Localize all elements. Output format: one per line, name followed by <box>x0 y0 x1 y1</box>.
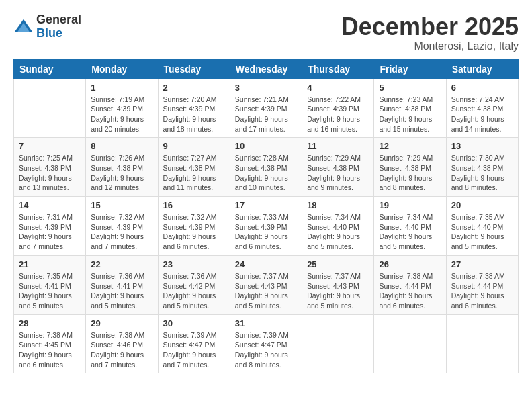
day-info: Sunrise: 7:34 AMSunset: 4:40 PMDaylight:… <box>307 212 369 252</box>
day-number: 29 <box>91 318 152 328</box>
calendar-header-row: SundayMondayTuesdayWednesdayThursdayFrid… <box>14 59 519 79</box>
day-info: Sunrise: 7:21 AMSunset: 4:39 PMDaylight:… <box>235 95 297 134</box>
day-info: Sunrise: 7:38 AMSunset: 4:44 PMDaylight:… <box>379 271 441 311</box>
weekday-header-tuesday: Tuesday <box>158 59 230 79</box>
day-number: 20 <box>451 200 513 210</box>
calendar-cell: 2Sunrise: 7:20 AMSunset: 4:39 PMDaylight… <box>158 79 230 138</box>
day-info: Sunrise: 7:28 AMSunset: 4:38 PMDaylight:… <box>235 153 297 193</box>
day-info: Sunrise: 7:39 AMSunset: 4:47 PMDaylight:… <box>235 330 297 370</box>
calendar-cell: 15Sunrise: 7:32 AMSunset: 4:39 PMDayligh… <box>86 197 158 256</box>
day-info: Sunrise: 7:23 AMSunset: 4:38 PMDaylight:… <box>379 95 441 134</box>
location-text: Monterosi, Lazio, Italy <box>341 40 519 52</box>
day-info: Sunrise: 7:29 AMSunset: 4:38 PMDaylight:… <box>307 153 369 193</box>
day-number: 14 <box>19 200 81 210</box>
calendar-cell: 25Sunrise: 7:37 AMSunset: 4:43 PMDayligh… <box>302 255 374 314</box>
day-number: 30 <box>163 318 225 328</box>
weekday-header-wednesday: Wednesday <box>230 59 302 79</box>
day-info: Sunrise: 7:24 AMSunset: 4:38 PMDaylight:… <box>451 95 513 134</box>
logo-icon <box>13 17 34 37</box>
calendar-cell: 31Sunrise: 7:39 AMSunset: 4:47 PMDayligh… <box>230 314 302 373</box>
calendar-cell: 9Sunrise: 7:27 AMSunset: 4:38 PMDaylight… <box>158 138 230 197</box>
calendar-cell: 4Sunrise: 7:22 AMSunset: 4:39 PMDaylight… <box>302 79 374 138</box>
day-info: Sunrise: 7:22 AMSunset: 4:39 PMDaylight:… <box>307 95 369 134</box>
day-number: 22 <box>91 259 152 269</box>
page-header: General Blue December 2025 Monterosi, La… <box>13 13 519 52</box>
logo: General Blue <box>13 13 81 40</box>
day-info: Sunrise: 7:25 AMSunset: 4:38 PMDaylight:… <box>19 153 81 193</box>
calendar-table: SundayMondayTuesdayWednesdayThursdayFrid… <box>13 59 519 374</box>
week-row-1: 1Sunrise: 7:19 AMSunset: 4:39 PMDaylight… <box>14 79 519 138</box>
day-info: Sunrise: 7:27 AMSunset: 4:38 PMDaylight:… <box>163 153 225 193</box>
day-info: Sunrise: 7:37 AMSunset: 4:43 PMDaylight:… <box>235 271 297 311</box>
day-info: Sunrise: 7:26 AMSunset: 4:38 PMDaylight:… <box>91 153 152 193</box>
title-section: December 2025 Monterosi, Lazio, Italy <box>341 13 519 52</box>
day-info: Sunrise: 7:37 AMSunset: 4:43 PMDaylight:… <box>307 271 369 311</box>
day-info: Sunrise: 7:35 AMSunset: 4:41 PMDaylight:… <box>19 271 81 311</box>
calendar-cell: 30Sunrise: 7:39 AMSunset: 4:47 PMDayligh… <box>158 314 230 373</box>
day-number: 4 <box>307 83 369 93</box>
day-number: 16 <box>163 200 225 210</box>
calendar-cell: 5Sunrise: 7:23 AMSunset: 4:38 PMDaylight… <box>374 79 446 138</box>
day-number: 28 <box>19 318 81 328</box>
week-row-4: 21Sunrise: 7:35 AMSunset: 4:41 PMDayligh… <box>14 255 519 314</box>
day-number: 31 <box>235 318 297 328</box>
day-info: Sunrise: 7:33 AMSunset: 4:39 PMDaylight:… <box>235 212 297 252</box>
day-info: Sunrise: 7:36 AMSunset: 4:42 PMDaylight:… <box>163 271 225 311</box>
day-number: 8 <box>91 141 152 151</box>
day-number: 17 <box>235 200 297 210</box>
day-number: 23 <box>163 259 225 269</box>
calendar-cell: 10Sunrise: 7:28 AMSunset: 4:38 PMDayligh… <box>230 138 302 197</box>
calendar-cell <box>14 79 86 138</box>
day-number: 5 <box>379 83 441 93</box>
day-number: 9 <box>163 141 225 151</box>
calendar-cell: 24Sunrise: 7:37 AMSunset: 4:43 PMDayligh… <box>230 255 302 314</box>
week-row-2: 7Sunrise: 7:25 AMSunset: 4:38 PMDaylight… <box>14 138 519 197</box>
day-info: Sunrise: 7:19 AMSunset: 4:39 PMDaylight:… <box>91 95 152 134</box>
day-number: 10 <box>235 141 297 151</box>
calendar-cell: 20Sunrise: 7:35 AMSunset: 4:40 PMDayligh… <box>446 197 518 256</box>
calendar-cell: 3Sunrise: 7:21 AMSunset: 4:39 PMDaylight… <box>230 79 302 138</box>
calendar-cell: 19Sunrise: 7:34 AMSunset: 4:40 PMDayligh… <box>374 197 446 256</box>
calendar-cell: 8Sunrise: 7:26 AMSunset: 4:38 PMDaylight… <box>86 138 158 197</box>
calendar-cell: 16Sunrise: 7:32 AMSunset: 4:39 PMDayligh… <box>158 197 230 256</box>
day-number: 26 <box>379 259 441 269</box>
day-number: 11 <box>307 141 369 151</box>
calendar-cell: 17Sunrise: 7:33 AMSunset: 4:39 PMDayligh… <box>230 197 302 256</box>
day-info: Sunrise: 7:38 AMSunset: 4:45 PMDaylight:… <box>19 330 81 370</box>
day-info: Sunrise: 7:38 AMSunset: 4:46 PMDaylight:… <box>91 330 152 370</box>
day-number: 1 <box>91 83 152 93</box>
weekday-header-sunday: Sunday <box>14 59 86 79</box>
calendar-cell <box>446 314 518 373</box>
day-number: 13 <box>451 141 513 151</box>
calendar-cell: 22Sunrise: 7:36 AMSunset: 4:41 PMDayligh… <box>86 255 158 314</box>
calendar-cell: 29Sunrise: 7:38 AMSunset: 4:46 PMDayligh… <box>86 314 158 373</box>
day-number: 19 <box>379 200 441 210</box>
calendar-cell: 12Sunrise: 7:29 AMSunset: 4:38 PMDayligh… <box>374 138 446 197</box>
month-title: December 2025 <box>341 13 519 40</box>
day-info: Sunrise: 7:39 AMSunset: 4:47 PMDaylight:… <box>163 330 225 370</box>
day-number: 27 <box>451 259 513 269</box>
calendar-cell: 14Sunrise: 7:31 AMSunset: 4:39 PMDayligh… <box>14 197 86 256</box>
day-number: 3 <box>235 83 297 93</box>
day-number: 6 <box>451 83 513 93</box>
calendar-cell: 28Sunrise: 7:38 AMSunset: 4:45 PMDayligh… <box>14 314 86 373</box>
calendar-cell: 26Sunrise: 7:38 AMSunset: 4:44 PMDayligh… <box>374 255 446 314</box>
logo-blue-text: Blue <box>36 27 81 40</box>
calendar-cell: 13Sunrise: 7:30 AMSunset: 4:38 PMDayligh… <box>446 138 518 197</box>
calendar-cell: 27Sunrise: 7:38 AMSunset: 4:44 PMDayligh… <box>446 255 518 314</box>
weekday-header-friday: Friday <box>374 59 446 79</box>
day-number: 2 <box>163 83 225 93</box>
week-row-5: 28Sunrise: 7:38 AMSunset: 4:45 PMDayligh… <box>14 314 519 373</box>
day-info: Sunrise: 7:20 AMSunset: 4:39 PMDaylight:… <box>163 95 225 134</box>
logo-general-text: General <box>36 13 81 27</box>
weekday-header-monday: Monday <box>86 59 158 79</box>
day-number: 25 <box>307 259 369 269</box>
day-info: Sunrise: 7:30 AMSunset: 4:38 PMDaylight:… <box>451 153 513 193</box>
day-info: Sunrise: 7:34 AMSunset: 4:40 PMDaylight:… <box>379 212 441 252</box>
calendar-cell: 11Sunrise: 7:29 AMSunset: 4:38 PMDayligh… <box>302 138 374 197</box>
day-number: 21 <box>19 259 81 269</box>
week-row-3: 14Sunrise: 7:31 AMSunset: 4:39 PMDayligh… <box>14 197 519 256</box>
calendar-cell: 1Sunrise: 7:19 AMSunset: 4:39 PMDaylight… <box>86 79 158 138</box>
calendar-cell: 23Sunrise: 7:36 AMSunset: 4:42 PMDayligh… <box>158 255 230 314</box>
calendar-cell: 21Sunrise: 7:35 AMSunset: 4:41 PMDayligh… <box>14 255 86 314</box>
